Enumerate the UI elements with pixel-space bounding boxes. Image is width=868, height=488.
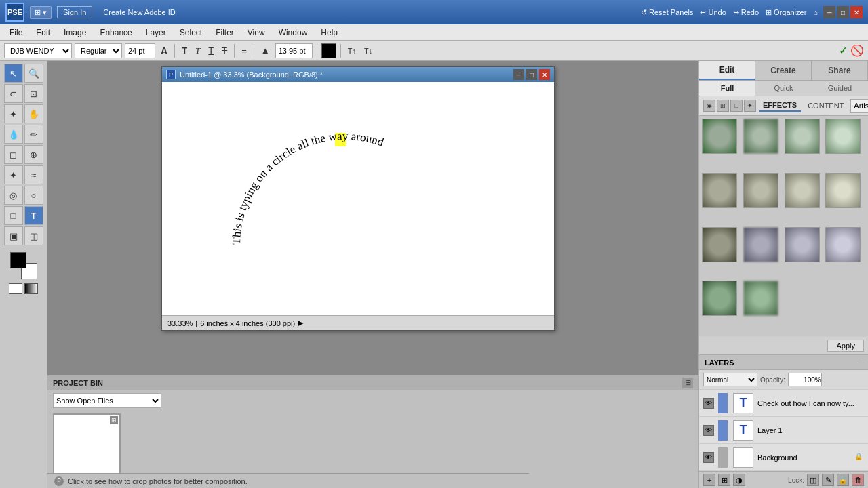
effect-thumb-2[interactable] <box>743 119 778 154</box>
font-name-select[interactable]: DJB WENDY <box>4 43 72 58</box>
lock-transparent-button[interactable]: ◫ <box>807 474 819 486</box>
redo-button[interactable]: ↪ Redo <box>733 8 759 17</box>
align-left-button[interactable]: ≡ <box>239 45 250 56</box>
layer-row-background[interactable]: 👁 Background 🔒 <box>699 444 868 471</box>
panels-toggle-button[interactable]: ⊞ ▾ <box>30 6 52 19</box>
minimize-button[interactable]: ─ <box>823 6 835 18</box>
content-tab[interactable]: CONTENT <box>804 100 848 111</box>
mode-full[interactable]: Full <box>699 81 755 96</box>
effects-type-icon-4[interactable]: ✦ <box>744 100 756 112</box>
mode-guided[interactable]: Guided <box>812 81 868 96</box>
move-tool[interactable]: ↖ <box>4 64 23 83</box>
dodge-tool[interactable]: ◎ <box>4 186 23 205</box>
menu-edit[interactable]: Edit <box>29 26 57 39</box>
raise-baseline-button[interactable]: ▲ <box>258 45 273 56</box>
menu-window[interactable]: Window <box>272 26 315 39</box>
sign-in-button[interactable]: Sign In <box>57 6 92 18</box>
reset-panels-button[interactable]: ↺ Reset Panels <box>641 8 693 17</box>
effect-thumb-9[interactable] <box>702 227 737 262</box>
layer-row-layer-1[interactable]: 👁 T Layer 1 <box>699 417 868 444</box>
undo-button[interactable]: ↩ Undo <box>700 8 726 17</box>
lasso-tool[interactable]: ⊂ <box>4 84 23 103</box>
opacity-input[interactable] <box>788 373 822 386</box>
effect-thumb-8[interactable] <box>825 173 861 208</box>
effects-tab[interactable]: EFFECTS <box>759 100 801 112</box>
menu-select[interactable]: Select <box>173 26 209 39</box>
effect-thumb-3[interactable] <box>785 119 820 154</box>
foreground-color-swatch[interactable] <box>10 252 26 268</box>
effects-type-icon-2[interactable]: ⊞ <box>717 100 729 112</box>
cancel-button[interactable]: 🚫 <box>850 44 864 57</box>
lock-all-button[interactable]: 🔒 <box>837 474 849 486</box>
eyedropper-tool[interactable]: 💧 <box>4 125 23 144</box>
apply-button[interactable]: Apply <box>827 340 864 352</box>
mode-quick[interactable]: Quick <box>755 81 812 96</box>
menu-file[interactable]: File <box>3 26 29 39</box>
text-color-swatch[interactable] <box>321 43 336 58</box>
swap-colors-button[interactable] <box>24 283 38 294</box>
layer-visibility-toggle-2[interactable]: 👁 <box>703 425 714 436</box>
effects-filter-select[interactable]: Artistic Blur Brush Strokes Distort Sket… <box>850 99 868 113</box>
baseline-shift-down-button[interactable]: T↓ <box>361 46 375 56</box>
effect-thumb-5[interactable] <box>702 173 737 208</box>
organizer-button[interactable]: ⊞ Organizer <box>766 8 806 17</box>
menu-help[interactable]: Help <box>314 26 344 39</box>
tab-share[interactable]: Share <box>812 61 868 80</box>
show-open-files-select[interactable]: Show Open Files Show Files in Organizer <box>53 393 161 408</box>
underline-button[interactable]: T <box>205 45 216 56</box>
create-layer-button[interactable]: + <box>703 474 715 486</box>
effect-thumb-10[interactable] <box>743 227 778 262</box>
zoom-tool[interactable]: 🔍 <box>24 64 43 83</box>
menu-filter[interactable]: Filter <box>209 26 241 39</box>
create-group-button[interactable]: ⊞ <box>718 474 730 486</box>
layer-visibility-toggle-3[interactable]: 👁 <box>703 452 714 463</box>
leading-input[interactable] <box>275 43 313 58</box>
healing-brush-tool[interactable]: ⊕ <box>24 145 43 164</box>
gradient-tool[interactable]: ◫ <box>24 226 43 245</box>
effect-thumb-12[interactable] <box>825 227 861 262</box>
lock-pixels-button[interactable]: ✎ <box>822 474 834 486</box>
strikethrough-button[interactable]: T <box>219 45 230 56</box>
doc-close-button[interactable]: ✕ <box>539 69 550 80</box>
effect-thumb-4[interactable] <box>825 119 861 154</box>
document-canvas[interactable]: This is typing on a circle all the way a… <box>162 82 554 315</box>
effect-thumb-14[interactable] <box>743 281 778 316</box>
tab-create[interactable]: Create <box>755 61 812 80</box>
create-adjustment-button[interactable]: ◑ <box>733 474 745 486</box>
project-bin-close-button[interactable]: ⊞ <box>682 378 693 388</box>
clone-stamp-tool[interactable]: ✦ <box>4 165 23 184</box>
italic-button[interactable]: T <box>193 45 203 57</box>
burn-tool[interactable]: ○ <box>24 186 43 205</box>
home-button[interactable]: ⌂ <box>813 8 818 16</box>
layer-visibility-toggle-1[interactable]: 👁 <box>703 398 714 409</box>
tab-edit[interactable]: Edit <box>699 61 755 80</box>
effect-thumb-11[interactable] <box>785 227 820 262</box>
font-size-input[interactable] <box>125 43 155 58</box>
close-button[interactable]: ✕ <box>850 6 863 18</box>
effect-thumb-7[interactable] <box>785 173 820 208</box>
bold-button[interactable]: T <box>179 45 190 56</box>
menu-layer[interactable]: Layer <box>139 26 173 39</box>
crop-tool[interactable]: ⊡ <box>24 84 43 103</box>
eraser-tool[interactable]: ◻ <box>4 145 23 164</box>
menu-enhance[interactable]: Enhance <box>93 26 138 39</box>
baseline-shift-up-button[interactable]: T↑ <box>345 46 359 56</box>
confirm-button[interactable]: ✓ <box>839 44 848 57</box>
create-adobe-id-button[interactable]: Create New Adobe ID <box>98 7 180 18</box>
bin-thumbnail-item[interactable]: ⊞ <box>53 413 121 481</box>
brush-tool[interactable]: ✏ <box>24 125 43 144</box>
blend-mode-select[interactable]: Normal Dissolve Darken <box>703 373 757 386</box>
effects-type-icon-1[interactable]: ◉ <box>703 100 715 112</box>
delete-layer-button[interactable]: 🗑 <box>852 474 864 486</box>
effect-thumb-6[interactable] <box>743 173 778 208</box>
text-tool[interactable]: T <box>24 206 43 225</box>
hand-tool[interactable]: ✋ <box>24 104 43 123</box>
paint-bucket-tool[interactable]: ▣ <box>4 226 23 245</box>
doc-minimize-button[interactable]: ─ <box>513 69 524 80</box>
set-default-colors[interactable] <box>9 283 22 294</box>
smudge-tool[interactable]: ≈ <box>24 165 43 184</box>
menu-image[interactable]: Image <box>57 26 93 39</box>
layer-row-text-1[interactable]: 👁 T Check out how I can now ty... <box>699 390 868 417</box>
menu-view[interactable]: View <box>241 26 272 39</box>
doc-maximize-button[interactable]: □ <box>526 69 537 80</box>
